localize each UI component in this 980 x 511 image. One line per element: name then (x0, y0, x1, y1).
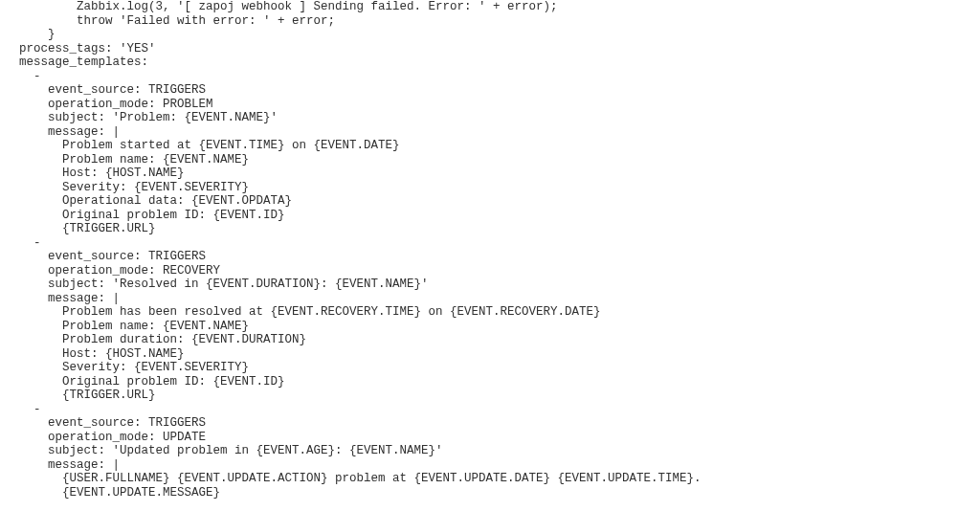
code-block: Zabbix.log(3, '[ zapoj webhook ] Sending… (0, 0, 980, 500)
